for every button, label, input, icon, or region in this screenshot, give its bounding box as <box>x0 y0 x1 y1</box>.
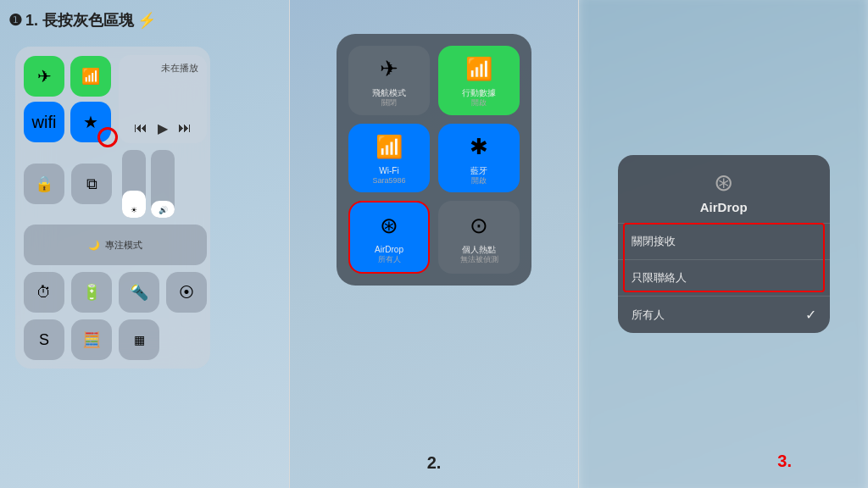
qr-btn[interactable]: ▦ <box>119 319 159 360</box>
exp-bluetooth-icon: ✱ <box>470 134 488 160</box>
media-controls: ⏮ ▶ ⏭ <box>134 120 192 136</box>
play-icon[interactable]: ▶ <box>158 120 168 136</box>
cc-row-3: 🌙 專注模式 <box>24 225 207 265</box>
airdrop-option-contacts-label: 只限聯絡人 <box>632 270 687 286</box>
airdrop-option-off[interactable]: 關閉接收 <box>618 223 830 259</box>
next-icon[interactable]: ⏭ <box>178 120 192 136</box>
exp-wifi-btn[interactable]: 📶 Wi-Fi Sara5986 <box>348 124 430 193</box>
mirror-btn[interactable]: ⧉ <box>71 164 112 204</box>
lightning-emoji: ⚡ <box>137 11 156 30</box>
bluetooth-annotation <box>97 127 118 147</box>
step1-text: 1. 長按灰色區塊 <box>25 10 134 30</box>
panel-3: ⊛ AirDrop 關閉接收 只限聯絡人 所有人 ✓ 3. <box>579 0 868 488</box>
exp-cellular-icon: 📶 <box>465 56 492 82</box>
airdrop-options-list: 關閉接收 只限聯絡人 所有人 ✓ <box>618 223 830 333</box>
volume-slider[interactable]: 🔊 <box>151 150 175 218</box>
lock-icon: 🔒 <box>35 175 53 193</box>
exp-airdrop-label: AirDrop <box>375 244 403 255</box>
panel-2: ✈ 飛航模式 關閉 📶 行動數據 開啟 📶 Wi-Fi Sara5986 ✱ <box>290 0 579 488</box>
exp-bluetooth-sub: 開啟 <box>470 176 487 186</box>
airdrop-option-everyone-label: 所有人 <box>632 308 665 323</box>
airdrop-option-everyone[interactable]: 所有人 ✓ <box>618 296 830 333</box>
exp-hotspot-icon: ⊙ <box>470 213 488 239</box>
not-playing-label: 未在播放 <box>161 62 198 75</box>
cellular-btn[interactable]: 📶 <box>70 56 111 97</box>
step2-label: 2. <box>427 453 442 473</box>
panel-1: ❶ 1. 長按灰色區塊 ⚡ ✈ 📶 wifi ★ <box>0 0 289 488</box>
exp-bluetooth-label: 藍牙 <box>470 165 487 176</box>
exp-cellular-sub: 開啟 <box>462 98 496 108</box>
step1-number: ❶ <box>8 11 22 30</box>
exp-airplane-label: 飛航模式 <box>372 87 406 98</box>
focus-label: 專注模式 <box>105 239 142 252</box>
battery-icon: 🔋 <box>82 283 101 302</box>
shazam-icon: S <box>39 331 49 349</box>
mirror-icon: ⧉ <box>86 175 97 193</box>
exp-cellular-label: 行動數據 <box>462 87 496 98</box>
exp-airdrop-icon: ⊛ <box>380 213 398 239</box>
cellular-icon: 📶 <box>81 67 100 86</box>
bluetooth-btn[interactable]: ★ <box>70 102 111 142</box>
focus-btn[interactable]: 🌙 專注模式 <box>24 225 207 265</box>
exp-hotspot-sub: 無法被偵測 <box>460 255 498 265</box>
camera-icon: ⦿ <box>179 284 194 302</box>
airplane-icon: ✈ <box>37 66 52 86</box>
exp-hotspot-btn[interactable]: ⊙ 個人熱點 無法被偵測 <box>438 201 520 274</box>
flashlight-icon: 🔦 <box>130 283 148 302</box>
qr-icon: ▦ <box>134 333 145 347</box>
moon-icon: 🌙 <box>88 240 100 251</box>
cc-row-5: S 🧮 ▦ <box>24 319 207 360</box>
cc-row-1: ✈ 📶 wifi ★ 未在播放 ⏮ ▶ <box>24 55 207 143</box>
exp-airplane-sub: 關閉 <box>372 98 406 108</box>
airdrop-header: ⊛ AirDrop <box>618 155 830 223</box>
calculator-btn[interactable]: 🧮 <box>71 319 112 360</box>
calculator-icon: 🧮 <box>82 330 101 349</box>
prev-icon[interactable]: ⏮ <box>134 120 147 136</box>
exp-bluetooth-btn[interactable]: ✱ 藍牙 開啟 <box>438 124 520 193</box>
lock-btn[interactable]: 🔒 <box>24 164 64 204</box>
step1-label: ❶ 1. 長按灰色區塊 ⚡ <box>8 10 156 30</box>
airdrop-panel: ⊛ AirDrop 關閉接收 只限聯絡人 所有人 ✓ <box>618 155 830 333</box>
shazam-btn[interactable]: S <box>24 319 64 360</box>
flashlight-btn[interactable]: 🔦 <box>119 272 159 313</box>
cc-row-4: ⏱ 🔋 🔦 ⦿ <box>24 272 207 313</box>
exp-airplane-icon: ✈ <box>380 56 398 82</box>
exp-airdrop-btn[interactable]: ⊛ AirDrop 所有人 <box>348 201 430 274</box>
airdrop-checkmark: ✓ <box>805 307 816 323</box>
wifi-btn[interactable]: wifi <box>24 102 64 142</box>
step3-label: 3. <box>777 452 792 471</box>
timer-btn[interactable]: ⏱ <box>24 272 64 313</box>
media-box: 未在播放 ⏮ ▶ ⏭ <box>119 55 207 143</box>
airdrop-header-icon: ⊛ <box>714 169 733 197</box>
exp-airplane-btn[interactable]: ✈ 飛航模式 關閉 <box>348 46 430 115</box>
cc-row-2: 🔒 ⧉ ☀ 🔊 <box>24 150 207 218</box>
battery-btn[interactable]: 🔋 <box>71 272 112 313</box>
exp-cellular-btn[interactable]: 📶 行動數據 開啟 <box>438 46 520 115</box>
exp-wifi-label: Wi-Fi <box>372 165 405 176</box>
exp-airdrop-sub: 所有人 <box>375 255 403 265</box>
airdrop-option-off-label: 關閉接收 <box>632 234 676 249</box>
exp-wifi-sub: Sara5986 <box>372 176 405 186</box>
brightness-slider[interactable]: ☀ <box>122 150 146 218</box>
camera-btn[interactable]: ⦿ <box>166 272 207 313</box>
control-center-box: ✈ 📶 wifi ★ 未在播放 ⏮ ▶ <box>15 47 210 369</box>
exp-hotspot-label: 個人熱點 <box>460 244 498 255</box>
exp-wifi-icon: 📶 <box>376 134 403 160</box>
airdrop-title: AirDrop <box>700 200 748 214</box>
bluetooth-icon: ★ <box>83 112 98 132</box>
airplane-btn[interactable]: ✈ <box>24 56 64 97</box>
airdrop-option-contacts[interactable]: 只限聯絡人 <box>618 259 830 296</box>
sliders-area: ☀ 🔊 <box>122 150 175 218</box>
wifi-icon: wifi <box>32 113 57 132</box>
cc-expanded-menu: ✈ 飛航模式 關閉 📶 行動數據 開啟 📶 Wi-Fi Sara5986 ✱ <box>337 34 531 286</box>
timer-icon: ⏱ <box>36 284 52 302</box>
